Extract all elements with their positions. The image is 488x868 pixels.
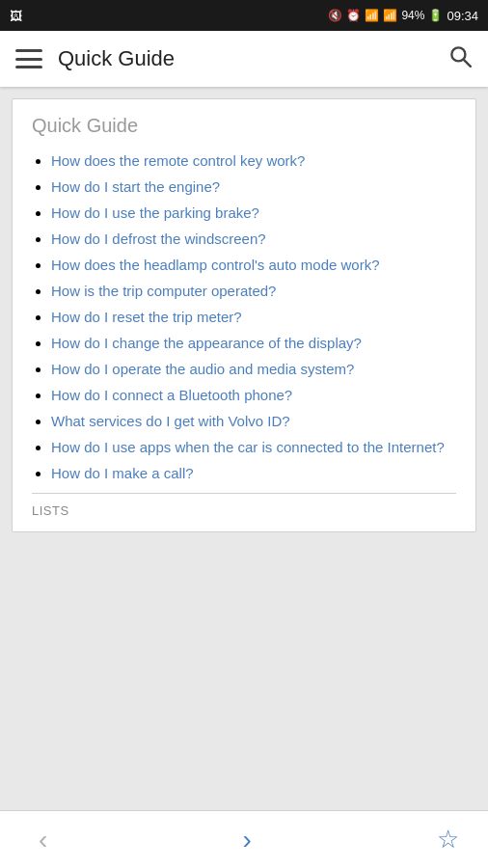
guide-link-3[interactable]: How do I defrost the windscreen? — [51, 231, 266, 247]
guide-link-2[interactable]: How do I use the parking brake? — [51, 204, 259, 221]
guide-link-1[interactable]: How do I start the engine? — [51, 178, 220, 195]
list-item: How do I start the engine? — [51, 176, 456, 197]
bookmark-button[interactable]: ☆ — [437, 825, 459, 854]
list-item: How do I make a call? — [51, 463, 456, 483]
guide-links-list: How does the remote control key work?How… — [32, 150, 456, 483]
guide-link-6[interactable]: How do I reset the trip meter? — [51, 309, 242, 325]
clock: 09:34 — [447, 9, 478, 23]
guide-link-12[interactable]: How do I make a call? — [51, 465, 194, 481]
alarm-icon: ⏰ — [346, 9, 361, 22]
list-item: How do I use the parking brake? — [51, 203, 456, 223]
guide-link-5[interactable]: How is the trip computer operated? — [51, 283, 276, 299]
list-item: How do I use apps when the car is connec… — [51, 437, 456, 457]
back-button[interactable]: ‹ — [29, 821, 57, 859]
guide-link-0[interactable]: How does the remote control key work? — [51, 152, 305, 169]
list-item: How do I operate the audio and media sys… — [51, 359, 456, 379]
main-content: Quick Guide How does the remote control … — [0, 87, 488, 810]
image-icon: 🖼 — [10, 9, 22, 23]
list-item: How do I connect a Bluetooth phone? — [51, 385, 456, 405]
list-item: How do I reset the trip meter? — [51, 307, 456, 327]
status-bar-left: 🖼 — [10, 9, 22, 23]
battery-percent: 94% — [401, 9, 424, 22]
list-item: How does the remote control key work? — [51, 150, 456, 171]
status-bar-right: 🔇 ⏰ 📶 📶 94% 🔋 09:34 — [328, 9, 478, 23]
guide-link-9[interactable]: How do I connect a Bluetooth phone? — [51, 387, 292, 403]
signal-icon: 📶 — [383, 9, 397, 22]
card-title: Quick Guide — [32, 115, 456, 137]
guide-link-4[interactable]: How does the headlamp control's auto mod… — [51, 257, 380, 273]
list-item: How do I defrost the windscreen? — [51, 229, 456, 249]
list-item: How do I change the appearance of the di… — [51, 333, 456, 353]
search-button[interactable] — [447, 43, 473, 74]
card-divider — [32, 493, 456, 494]
menu-button[interactable] — [15, 49, 42, 68]
bottom-nav: ‹ › ☆ — [0, 810, 488, 868]
mute-icon: 🔇 — [328, 9, 342, 22]
guide-link-8[interactable]: How do I operate the audio and media sys… — [51, 361, 354, 377]
guide-link-7[interactable]: How do I change the appearance of the di… — [51, 335, 362, 351]
list-item: How does the headlamp control's auto mod… — [51, 255, 456, 275]
quick-guide-card: Quick Guide How does the remote control … — [12, 98, 476, 532]
forward-button[interactable]: › — [233, 821, 261, 859]
svg-line-1 — [464, 60, 471, 67]
battery-icon: 🔋 — [428, 9, 443, 22]
app-bar-title: Quick Guide — [58, 46, 447, 71]
guide-link-10[interactable]: What services do I get with Volvo ID? — [51, 413, 290, 429]
app-bar: Quick Guide — [0, 31, 488, 87]
lists-label: LISTS — [32, 500, 456, 524]
guide-link-11[interactable]: How do I use apps when the car is connec… — [51, 439, 445, 455]
wifi-icon: 📶 — [365, 9, 379, 22]
list-item: How is the trip computer operated? — [51, 281, 456, 301]
list-item: What services do I get with Volvo ID? — [51, 411, 456, 431]
status-bar: 🖼 🔇 ⏰ 📶 📶 94% 🔋 09:34 — [0, 0, 488, 31]
